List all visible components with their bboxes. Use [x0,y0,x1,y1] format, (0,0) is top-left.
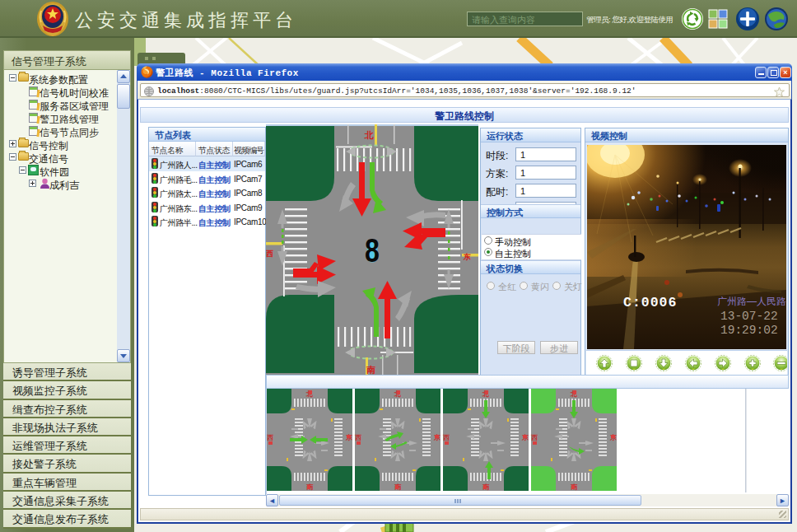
svg-text:19:29:02: 19:29:02 [720,324,778,337]
svg-text:13-07-22: 13-07-22 [720,310,778,323]
svg-text:西: 西 [266,250,273,258]
svg-text:东: 东 [463,253,471,261]
svg-text:南: 南 [366,365,375,375]
svg-text:8: 8 [365,232,380,269]
svg-text:广州路—人民路: 广州路—人民路 [717,296,786,307]
svg-text:C:0006: C:0006 [623,295,677,310]
svg-text:北: 北 [364,130,374,140]
